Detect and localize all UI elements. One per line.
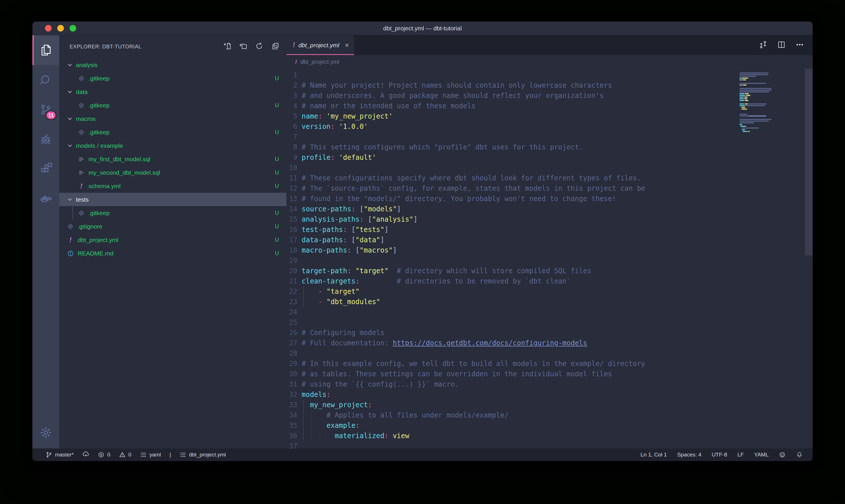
tree-item-my-second-dbt-model-sql[interactable]: my_second_dbt_model.sqlU	[59, 166, 286, 179]
line-content	[297, 441, 302, 448]
yaml-file-icon: !	[293, 41, 295, 49]
code-area[interactable]: 12# Name your project! Project names sho…	[286, 70, 813, 448]
status-language-mode[interactable]: YAML	[754, 452, 769, 458]
line-content: materialized: view	[297, 431, 409, 441]
yaml-file-icon: !	[78, 182, 85, 190]
line-content: profile: 'default'	[297, 152, 376, 163]
tree-item-macros[interactable]: macros	[59, 112, 286, 125]
status-indentation[interactable]: Spaces: 4	[677, 452, 701, 458]
activity-files[interactable]	[32, 35, 59, 65]
code-line-3: 3# and underscores. A good package name …	[286, 90, 813, 101]
docs-link[interactable]: https://docs.getdbt.com/docs/configuring…	[393, 339, 587, 347]
vertical-scrollbar[interactable]	[805, 69, 813, 255]
tab-dbt-project-yml[interactable]: ! dbt_project.yml ×	[286, 35, 354, 55]
code-line-37: 37	[286, 441, 813, 448]
editor[interactable]: 12# Name your project! Project names sho…	[286, 69, 813, 448]
git-file-icon	[67, 223, 74, 230]
status-label: 0	[107, 452, 110, 458]
activity-docker[interactable]	[32, 184, 59, 214]
tree-item-schema-yml[interactable]: !schema.ymlU	[59, 179, 286, 193]
new-folder-icon[interactable]	[239, 42, 248, 52]
line-number: 25	[286, 317, 297, 328]
line-number: 1	[286, 70, 297, 80]
line-content: my_new_project:	[297, 400, 372, 410]
close-window-button[interactable]	[45, 25, 52, 32]
line-content: target-path: "target" # directory which …	[297, 266, 591, 276]
code-line-12: 12# The `source-paths` config, for examp…	[286, 183, 813, 194]
tree-item-data[interactable]: data	[59, 85, 286, 98]
code-line-9: 9profile: 'default'	[286, 152, 813, 163]
activity-source-control[interactable]: 11	[32, 95, 59, 125]
breadcrumb-label[interactable]: dbt_project.yml	[301, 59, 339, 65]
code-line-28: 28	[286, 348, 813, 359]
title-bar[interactable]: dbt_project.yml — dbt-tutorial	[32, 21, 813, 35]
breadcrumb[interactable]: ! dbt_project.yml	[286, 55, 813, 69]
tree-item-models-example[interactable]: models / example	[59, 139, 286, 152]
tree-item--gitkeep[interactable]: .gitkeepU	[59, 72, 286, 85]
tree-item--gitkeep[interactable]: .gitkeepU	[59, 98, 286, 112]
file-label: .gitkeep	[89, 129, 275, 136]
line-content	[297, 70, 302, 80]
tree-item-readme-md[interactable]: README.mdU	[59, 247, 286, 260]
code-line-25: 25	[286, 317, 813, 328]
minimap[interactable]	[740, 70, 805, 134]
sql-file-icon	[78, 156, 85, 163]
split-editor-icon[interactable]	[777, 40, 786, 50]
zoom-window-button[interactable]	[70, 25, 76, 32]
line-number: 18	[286, 245, 297, 255]
git-untracked-badge: U	[275, 102, 286, 109]
activity-debug[interactable]	[32, 125, 59, 154]
status-outline-file[interactable]: dbt_project.yml	[180, 451, 226, 458]
tree-item--gitkeep[interactable]: .gitkeepU	[59, 206, 286, 220]
refresh-icon[interactable]	[255, 42, 264, 52]
tree-item--gitkeep[interactable]: .gitkeepU	[59, 125, 286, 139]
code-line-32: 32models:	[286, 390, 813, 400]
tree-item-analysis[interactable]: analysis	[59, 58, 286, 72]
status-cursor-position[interactable]: Ln 1, Col 1	[641, 452, 667, 458]
line-content: clean-targets: # directories to be remov…	[297, 276, 571, 286]
line-number: 36	[286, 431, 297, 441]
status-publish-changes[interactable]	[82, 451, 89, 458]
close-tab-icon[interactable]: ×	[345, 42, 349, 49]
tree-item--gitignore[interactable]: .gitignoreU	[59, 220, 286, 233]
line-content: source-paths: ["models"]	[297, 204, 401, 214]
git-file-icon	[78, 75, 85, 82]
status-feedback[interactable]	[779, 451, 786, 458]
line-number: 28	[286, 348, 297, 359]
explorer-header: EXPLORER: DBT-TUTORIAL	[59, 35, 286, 58]
line-content: # and underscores. A good package name s…	[297, 90, 604, 101]
line-number: 20	[286, 266, 297, 276]
line-content: # The `source-paths` config, for example…	[297, 183, 645, 194]
file-label: macros	[76, 115, 279, 122]
file-tree: analysis.gitkeepUdata.gitkeepUmacros.git…	[59, 58, 286, 448]
indent-guide	[303, 431, 304, 441]
activity-extensions[interactable]	[32, 154, 59, 184]
line-number: 29	[286, 359, 297, 369]
minimize-window-button[interactable]	[57, 25, 64, 32]
status-outline-yaml[interactable]: yaml	[140, 451, 161, 458]
line-content: - "dbt_modules"	[297, 297, 380, 307]
status-encoding[interactable]: UTF-8	[712, 452, 727, 458]
chevron-down-icon	[67, 62, 73, 68]
tree-item-dbt-project-yml[interactable]: !dbt_project.ymlU	[59, 233, 286, 247]
status-errors-count[interactable]: 0	[98, 451, 110, 458]
screenshot-stage: dbt_project.yml — dbt-tutorial 11 EXPLOR…	[0, 0, 845, 504]
status-eol[interactable]: LF	[737, 452, 743, 458]
new-file-icon[interactable]	[223, 42, 231, 52]
code-line-11: 11# These configurations specify where d…	[286, 173, 813, 183]
status-label: dbt_project.yml	[189, 452, 226, 458]
collapse-all-icon[interactable]	[271, 42, 280, 52]
code-line-15: 15analysis-paths: ["analysis"]	[286, 214, 813, 224]
more-actions-icon[interactable]	[795, 40, 804, 50]
explorer-title: EXPLORER: DBT-TUTORIAL	[70, 44, 223, 50]
open-changes-icon[interactable]	[759, 40, 767, 50]
activity-search[interactable]	[32, 65, 59, 95]
tree-item-tests[interactable]: tests	[59, 193, 286, 206]
line-content: # Full documentation: https://docs.getdb…	[297, 338, 587, 348]
line-number: 13	[286, 194, 297, 204]
status-branch-indicator[interactable]: master*	[46, 451, 74, 458]
manage-gear-button[interactable]	[32, 417, 59, 448]
status-warnings-count[interactable]: 0	[119, 451, 131, 458]
tree-item-my-first-dbt-model-sql[interactable]: my_first_dbt_model.sqlU	[59, 152, 286, 166]
status-notifications[interactable]	[796, 451, 803, 458]
